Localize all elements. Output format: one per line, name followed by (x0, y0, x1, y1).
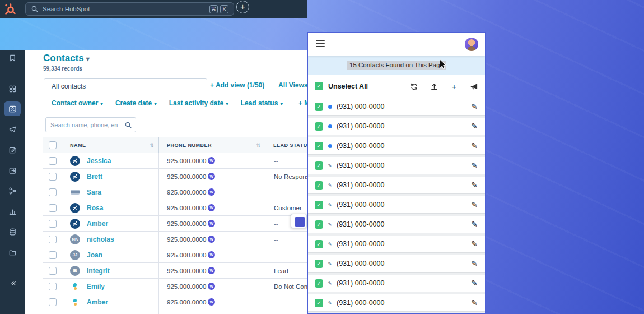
panel-row-checkbox[interactable]: ✓ (315, 122, 323, 131)
extension-badge-icon[interactable]: W (208, 204, 215, 211)
menu-icon[interactable] (316, 40, 325, 49)
megaphone-icon[interactable] (469, 82, 478, 91)
extension-badge-icon[interactable]: W (208, 188, 215, 196)
panel-row-checkbox[interactable]: ✓ (315, 260, 323, 268)
filter-lead-status[interactable]: Lead status▾ (241, 99, 283, 107)
all-views-link[interactable]: All Views (278, 81, 307, 89)
column-header-lead-status[interactable]: LEAD STATUS (273, 142, 311, 148)
status-indicator: ✎ (323, 105, 337, 109)
upload-icon[interactable] (430, 82, 438, 91)
column-header-name[interactable]: NAME (70, 142, 86, 148)
panel-row-checkbox[interactable]: ✓ (315, 142, 323, 150)
extension-badge-icon[interactable]: W (208, 173, 215, 180)
add-view-link[interactable]: + Add view (1/50) (210, 81, 264, 89)
tab-all-contacts[interactable]: All contacts (44, 78, 207, 94)
sort-icon[interactable]: ⇅ (150, 142, 154, 148)
filter-create-date[interactable]: Create date▾ (115, 99, 157, 107)
row-checkbox[interactable] (49, 251, 57, 259)
row-checkbox[interactable] (49, 173, 57, 181)
sidebar-item-contacts[interactable] (0, 101, 25, 117)
column-header-phone[interactable]: PHONE NUMBER (167, 142, 212, 148)
sidebar-collapse-button[interactable] (0, 275, 25, 291)
sidebar-item-reporting[interactable] (0, 204, 25, 219)
edit-pencil-icon[interactable]: ✎ (471, 161, 478, 170)
extension-badge-icon[interactable]: W (208, 220, 215, 227)
panel-row-checkbox[interactable]: ✓ (315, 161, 323, 170)
unselect-all-label[interactable]: Unselect All (328, 82, 368, 90)
mini-pencil-icon: ✎ (328, 301, 332, 306)
filter-contact-owner[interactable]: Contact owner▾ (52, 99, 103, 107)
phone-value: 925.000.0000 (167, 267, 206, 274)
contact-name-link[interactable]: Integrit (87, 267, 110, 275)
contact-name-link[interactable]: Emily (87, 283, 105, 290)
extension-badge-icon[interactable]: W (208, 251, 215, 258)
panel-row-checkbox[interactable]: ✓ (315, 299, 323, 307)
contact-name-link[interactable]: Sara (87, 188, 101, 196)
row-checkbox[interactable] (49, 220, 57, 228)
contact-name-link[interactable]: Brett (87, 173, 102, 181)
edit-pencil-icon[interactable]: ✎ (471, 220, 478, 229)
contact-name-link[interactable]: Amber (87, 298, 108, 306)
page-title[interactable]: Contacts▾ (43, 53, 90, 64)
sidebar-item-content[interactable] (0, 142, 25, 158)
row-checkbox[interactable] (49, 204, 57, 212)
edit-pencil-icon[interactable]: ✎ (471, 239, 478, 248)
row-checkbox[interactable] (49, 267, 57, 275)
results-banner: 15 Contacts Found on This Page (308, 56, 485, 75)
row-checkbox[interactable] (49, 236, 57, 243)
panel-row-checkbox[interactable]: ✓ (315, 201, 323, 209)
panel-row-checkbox[interactable]: ✓ (315, 240, 323, 248)
edit-pencil-icon[interactable]: ✎ (471, 200, 478, 209)
create-button[interactable]: + (236, 1, 249, 13)
panel-row-checkbox[interactable]: ✓ (315, 279, 323, 288)
contact-name-link[interactable]: Rosa (87, 204, 103, 212)
edit-pencil-icon[interactable]: ✎ (471, 259, 478, 268)
add-icon[interactable]: + (450, 82, 459, 91)
contact-name-link[interactable]: Amber (87, 220, 108, 228)
edit-pencil-icon[interactable]: ✎ (471, 279, 478, 288)
panel-row-checkbox[interactable]: ✓ (315, 220, 323, 229)
edit-pencil-icon[interactable]: ✎ (471, 122, 478, 131)
contact-name-link[interactable]: Jessica (87, 157, 111, 165)
mini-pencil-icon: ✎ (328, 261, 332, 266)
edit-pencil-icon[interactable]: ✎ (471, 141, 478, 150)
app-sidebar (0, 50, 25, 314)
sidebar-item-automation[interactable] (0, 183, 25, 198)
global-search-input[interactable]: Search HubSpot ⌘ K (25, 2, 234, 16)
table-search-input[interactable]: Search name, phone, en (45, 117, 136, 132)
contact-name-link[interactable]: Joan (87, 251, 102, 259)
edit-pencil-icon[interactable]: ✎ (471, 298, 478, 307)
panel-phone-value: (931) 000-0000 (337, 240, 384, 248)
sync-icon[interactable] (409, 82, 418, 91)
filter-bar: Contact owner▾Create date▾Last activity … (52, 99, 345, 108)
row-checkbox[interactable] (49, 283, 57, 290)
row-checkbox[interactable] (49, 298, 57, 306)
sidebar-item-marketing[interactable] (0, 121, 25, 137)
sidebar-item-commerce[interactable] (0, 163, 25, 178)
extension-badge-icon[interactable]: W (208, 236, 215, 243)
filter-last-activity-date[interactable]: Last activity date▾ (169, 99, 228, 107)
edit-pencil-icon[interactable]: ✎ (471, 102, 478, 111)
lead-status-value: -- (274, 189, 278, 196)
extension-badge-icon[interactable]: W (208, 283, 215, 290)
extension-badge-icon[interactable]: W (208, 298, 215, 306)
hubspot-logo-icon[interactable] (3, 2, 17, 16)
unselect-all-checkbox[interactable]: ✓ (315, 82, 323, 90)
user-avatar[interactable] (465, 38, 478, 51)
extension-hover-card[interactable] (291, 214, 307, 228)
panel-row-checkbox[interactable]: ✓ (315, 103, 323, 111)
sort-icon[interactable]: ⇅ (256, 142, 260, 148)
edit-pencil-icon[interactable]: ✎ (471, 181, 478, 190)
sidebar-item-workspace[interactable] (0, 81, 25, 96)
select-all-checkbox[interactable] (49, 141, 57, 149)
extension-badge-icon[interactable]: W (208, 157, 215, 164)
row-checkbox[interactable] (49, 188, 57, 196)
panel-row-checkbox[interactable]: ✓ (315, 181, 323, 190)
sidebar-item-library[interactable] (0, 244, 25, 260)
sidebar-item-bookmarks[interactable] (0, 50, 25, 66)
panel-phone-value: (931) 000-0000 (337, 260, 384, 267)
row-checkbox[interactable] (49, 157, 57, 165)
sidebar-item-data[interactable] (0, 224, 25, 239)
extension-badge-icon[interactable]: W (208, 267, 215, 274)
contact-name-link[interactable]: nicholas (87, 236, 114, 243)
